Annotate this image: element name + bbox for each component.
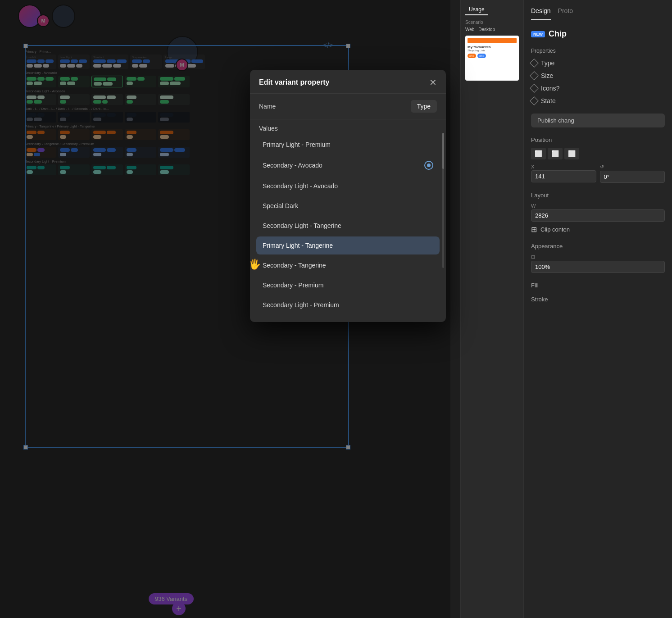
w-input[interactable] bbox=[531, 209, 665, 222]
modal-item-primary-light-premium[interactable]: Primary Light - Premium bbox=[256, 136, 440, 154]
angle-input[interactable] bbox=[600, 171, 665, 183]
diamond-icon-state bbox=[530, 96, 539, 105]
modal-name-value: Type bbox=[411, 100, 437, 113]
prop-icons: Icons? bbox=[531, 85, 665, 92]
scenario-label: Scenario bbox=[465, 20, 519, 25]
modal-item-secondary-light-avocado[interactable]: Secondary Light - Avocado bbox=[256, 177, 440, 195]
prop-type-label: Type bbox=[541, 59, 554, 67]
modal-name-label: Name bbox=[259, 103, 276, 110]
prop-type: Type bbox=[531, 59, 665, 67]
align-center-button[interactable]: ⬜ bbox=[548, 148, 563, 159]
modal-item-secondary-premium[interactable]: Secondary - Premium bbox=[256, 276, 440, 294]
prop-size-label: Size bbox=[541, 72, 553, 79]
tab-proto[interactable]: Proto bbox=[558, 7, 573, 16]
modal-item-secondary-light-tangerine[interactable]: Secondary Light - Tangerine bbox=[256, 217, 440, 235]
x-label: X bbox=[531, 164, 596, 169]
scenario-value: Web - Desktop - bbox=[465, 27, 519, 32]
thumbnail-title: My favourites bbox=[468, 45, 517, 49]
prop-size: Size bbox=[531, 72, 665, 79]
fill-section: Fill bbox=[531, 282, 665, 289]
props-title: Properties bbox=[531, 48, 665, 54]
design-panel: Design Proto NEW Chip Properties Type Si… bbox=[524, 0, 672, 618]
w-input-group: W bbox=[531, 203, 665, 222]
prop-state: State bbox=[531, 97, 665, 105]
modal-item-secondary-avocado[interactable]: Secondary - Avocado bbox=[256, 155, 440, 175]
usage-panel: Usage Scenario Web - Desktop - My favour… bbox=[461, 0, 524, 618]
modal-header: Edit variant property ✕ bbox=[250, 70, 446, 94]
opacity-input[interactable] bbox=[531, 261, 665, 273]
opacity-group: ⊞ bbox=[531, 254, 665, 273]
appearance-label: Appearance bbox=[531, 243, 665, 250]
modal-item-special-dark[interactable]: Special Dark bbox=[256, 197, 440, 215]
component-badge: NEW bbox=[531, 31, 545, 37]
component-header: NEW Chip bbox=[531, 29, 665, 39]
align-right-button[interactable]: ⬜ bbox=[564, 148, 579, 159]
modal-name-row: Name Type bbox=[250, 94, 446, 119]
diamond-icon-size bbox=[530, 71, 539, 80]
modal-item-secondary-light-premium[interactable]: Secondary Light - Premium bbox=[256, 296, 440, 314]
clip-icon: ⊞ bbox=[531, 225, 537, 234]
x-input[interactable] bbox=[531, 170, 596, 182]
align-row: ⬜ ⬜ ⬜ bbox=[531, 148, 665, 159]
position-label: Position bbox=[531, 136, 665, 143]
thumbnail-subtitle: Shopping Lists bbox=[468, 49, 517, 52]
modal-close-button[interactable]: ✕ bbox=[429, 78, 437, 87]
clip-content-row: ⊞ Clip conten bbox=[531, 225, 665, 234]
fill-label: Fill bbox=[531, 282, 665, 289]
modal-item-radio-icon bbox=[424, 161, 433, 170]
layout-input-row: W bbox=[531, 203, 665, 222]
edit-variant-modal: Edit variant property ✕ Name Type Values… bbox=[250, 70, 446, 322]
usage-tab[interactable]: Usage bbox=[465, 5, 488, 15]
modal-list: Primary Light - PremiumSecondary - Avoca… bbox=[250, 136, 446, 322]
design-panel-tabs: Design Proto bbox=[531, 7, 665, 20]
angle-label: ↺ bbox=[600, 164, 665, 170]
diamond-icon-type bbox=[530, 59, 539, 68]
modal-title: Edit variant property bbox=[259, 78, 329, 86]
right-panel: Usage Scenario Web - Desktop - My favour… bbox=[460, 0, 672, 618]
layout-label: Layout bbox=[531, 192, 665, 199]
layout-section: Layout W ⊞ Clip conten bbox=[531, 192, 665, 234]
x-input-group: X bbox=[531, 164, 596, 183]
opacity-icon: ⊞ bbox=[531, 254, 665, 260]
thumb-chip-2: chip bbox=[477, 54, 486, 58]
modal-item-secondary-tangerine[interactable]: Secondary - Tangerine bbox=[256, 256, 440, 274]
component-name: Chip bbox=[549, 29, 567, 39]
clip-label: Clip conten bbox=[540, 226, 570, 233]
opacity-row: ⊞ bbox=[531, 254, 665, 273]
align-left-button[interactable]: ⬜ bbox=[531, 148, 546, 159]
tab-design[interactable]: Design bbox=[531, 7, 551, 20]
position-section: Position ⬜ ⬜ ⬜ X ↺ bbox=[531, 136, 665, 183]
appearance-section: Appearance ⊞ bbox=[531, 243, 665, 273]
stroke-label: Stroke bbox=[531, 296, 665, 303]
props-section: Properties Type Size Icons? State bbox=[531, 48, 665, 105]
prop-icons-label: Icons? bbox=[541, 85, 559, 92]
angle-input-group: ↺ bbox=[600, 164, 665, 183]
modal-item-primary-light-tangerine[interactable]: Primary Light - Tangerine bbox=[256, 236, 440, 254]
diamond-icon-icons bbox=[530, 84, 539, 93]
stroke-section: Stroke bbox=[531, 296, 665, 303]
thumb-chip-1: chip bbox=[468, 54, 476, 58]
cursor-hand-icon: 🖐 bbox=[249, 259, 261, 270]
w-label: W bbox=[531, 203, 665, 209]
modal-scrollbar[interactable] bbox=[442, 133, 444, 268]
prop-state-label: State bbox=[541, 97, 556, 105]
position-input-row: X ↺ bbox=[531, 164, 665, 183]
modal-scrollbar-thumb[interactable] bbox=[442, 133, 444, 169]
publish-changes-button[interactable]: Publish chang bbox=[531, 114, 665, 127]
thumbnail-frame: My favourites Shopping Lists chip chip bbox=[465, 36, 519, 81]
modal-values-label: Values bbox=[250, 119, 446, 136]
